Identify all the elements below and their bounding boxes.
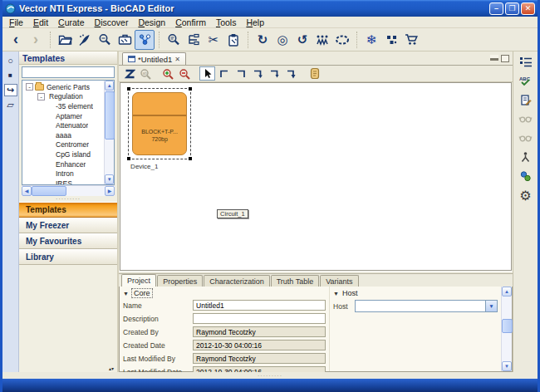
- annotate-document-icon[interactable]: [518, 92, 534, 107]
- sidebar-item-my-freezer[interactable]: My Freezer: [19, 218, 117, 233]
- list-view-icon[interactable]: [518, 54, 534, 69]
- menu-item[interactable]: Help: [241, 17, 269, 27]
- bottom-tab[interactable]: Properties: [157, 275, 203, 287]
- scroll-up-icon[interactable]: ▲: [502, 287, 512, 296]
- circle-shape-icon[interactable]: ○: [4, 54, 17, 66]
- assemble-icon[interactable]: [312, 30, 332, 50]
- description-input[interactable]: [193, 313, 326, 324]
- tree-item[interactable]: Intron: [22, 169, 104, 179]
- scroll-right-icon[interactable]: ▶: [105, 186, 115, 196]
- tree-item[interactable]: Aptamer: [22, 111, 104, 121]
- back-icon[interactable]: ‹: [6, 30, 26, 50]
- forward-icon[interactable]: ›: [26, 30, 46, 50]
- scroll-thumb[interactable]: [105, 91, 115, 140]
- block-shape-icon[interactable]: ■: [4, 69, 17, 81]
- tree-item[interactable]: CpG island: [22, 149, 104, 159]
- tree-item[interactable]: -35 element: [22, 101, 104, 111]
- sidebar-item-templates[interactable]: Templates: [19, 202, 117, 218]
- tree-vertical-scrollbar[interactable]: ▲ ▼: [104, 81, 114, 184]
- sidebar-item-my-favourites[interactable]: My Favourites: [19, 233, 117, 249]
- resize-handle[interactable]: [189, 87, 192, 91]
- menu-item[interactable]: Discover: [90, 17, 134, 27]
- rotate-icon[interactable]: ↺: [292, 30, 312, 50]
- zoom-out-icon[interactable]: [177, 66, 193, 81]
- menu-item[interactable]: File: [4, 17, 28, 27]
- tree-expander-icon[interactable]: [38, 160, 46, 168]
- molecules-icon[interactable]: [518, 169, 534, 184]
- biocad-design-icon[interactable]: [135, 30, 155, 50]
- zoom-in-icon[interactable]: [160, 66, 176, 81]
- clipboard-icon[interactable]: [223, 30, 243, 50]
- entrez-search-icon[interactable]: [95, 30, 115, 50]
- tree-expander-icon[interactable]: [38, 179, 46, 184]
- tab-close-icon[interactable]: ✕: [174, 56, 180, 63]
- device-block[interactable]: BLOCK+T-P... 720bp: [132, 92, 187, 155]
- sidebar-item-library[interactable]: Library: [19, 249, 117, 265]
- curate-feather-icon[interactable]: [75, 30, 95, 50]
- blocks-icon[interactable]: [381, 30, 401, 50]
- close-button[interactable]: ✕: [521, 2, 535, 15]
- route-corner-up-icon[interactable]: [216, 66, 232, 81]
- refresh-icon[interactable]: ↻: [253, 30, 272, 50]
- tree-item[interactable]: Attenuator: [22, 120, 104, 130]
- menu-item[interactable]: Tools: [211, 17, 242, 27]
- scroll-thumb[interactable]: [32, 186, 66, 196]
- pcr-briefcase-icon[interactable]: [115, 30, 135, 50]
- open-folder-icon[interactable]: [55, 30, 75, 50]
- resize-handle[interactable]: [127, 87, 130, 91]
- combo-dropdown-icon[interactable]: ▼: [485, 301, 497, 311]
- resize-handle[interactable]: [127, 157, 130, 160]
- target-circle-icon[interactable]: ◎: [272, 30, 292, 50]
- restore-button[interactable]: ❐: [505, 2, 519, 15]
- window-resize-strip[interactable]: ·········: [2, 372, 538, 379]
- cut-scissors-icon[interactable]: ✂: [204, 30, 223, 50]
- host-section-header[interactable]: ▼ Host: [333, 289, 498, 297]
- menu-item[interactable]: Design: [133, 17, 170, 27]
- collapse-triangle-icon[interactable]: ▼: [333, 291, 339, 296]
- sidebar-splitter[interactable]: ·········: [19, 196, 117, 202]
- scroll-up-icon[interactable]: ▲: [105, 81, 114, 91]
- tree-expander-icon[interactable]: [38, 150, 46, 158]
- tree-item[interactable]: IRES: [22, 179, 104, 184]
- minimize-button[interactable]: –: [489, 2, 503, 15]
- bottom-vertical-scrollbar[interactable]: ▲ ▼: [501, 287, 512, 371]
- route-corner-down-icon[interactable]: [233, 66, 248, 81]
- tree-expander-icon[interactable]: -: [37, 93, 45, 100]
- tree-item[interactable]: Enhancer: [22, 159, 104, 169]
- arrow-shape-icon[interactable]: ↪: [4, 84, 17, 96]
- configure-buttons-icon[interactable]: ▴▾: [109, 367, 114, 370]
- menu-item[interactable]: Edit: [28, 17, 53, 27]
- minimize-panel-icon[interactable]: [490, 55, 498, 61]
- bottom-tab[interactable]: Characterization: [204, 275, 270, 287]
- design-canvas[interactable]: BLOCK+T-P... 720bp Device_1 Circuit_1: [120, 82, 512, 271]
- host-input[interactable]: [356, 301, 485, 311]
- name-input[interactable]: [193, 300, 326, 311]
- scroll-down-icon[interactable]: ▼: [502, 361, 512, 371]
- blast-search-icon[interactable]: [164, 30, 184, 50]
- core-section-header[interactable]: ▼ Core: [123, 289, 326, 297]
- maximize-panel-icon[interactable]: [501, 55, 509, 62]
- template-search-input[interactable]: [22, 66, 115, 78]
- tree-expander-icon[interactable]: [38, 102, 46, 110]
- tree-expander-icon[interactable]: [38, 170, 46, 178]
- plasmid-icon[interactable]: [332, 30, 352, 50]
- settings-gear-icon[interactable]: ⚙: [518, 188, 534, 203]
- tree-expander-icon[interactable]: [38, 122, 46, 130]
- menu-item[interactable]: Confirm: [170, 17, 211, 27]
- polygon-shape-icon[interactable]: ▱: [4, 99, 17, 111]
- align-tree-icon[interactable]: [184, 30, 204, 50]
- tree-root[interactable]: - Generic Parts: [22, 82, 104, 92]
- tree-item[interactable]: aaaa: [22, 130, 104, 140]
- document-tab[interactable]: *Untitled1 ✕: [122, 52, 186, 65]
- bottom-tab[interactable]: Project: [121, 274, 156, 287]
- host-combobox[interactable]: ▼: [355, 300, 498, 312]
- tree-horizontal-scrollbar[interactable]: ◀ ▶: [22, 185, 115, 196]
- scroll-down-icon[interactable]: ▼: [105, 174, 114, 184]
- spell-check-icon[interactable]: ABC: [518, 73, 534, 88]
- resize-handle[interactable]: [189, 157, 192, 160]
- tree-group[interactable]: - Regulation: [22, 92, 104, 102]
- tree-item[interactable]: Centromer: [22, 140, 104, 150]
- tree-expander-icon[interactable]: [38, 131, 46, 139]
- structure-icon[interactable]: [518, 149, 534, 164]
- tree-expander-icon[interactable]: [38, 112, 46, 120]
